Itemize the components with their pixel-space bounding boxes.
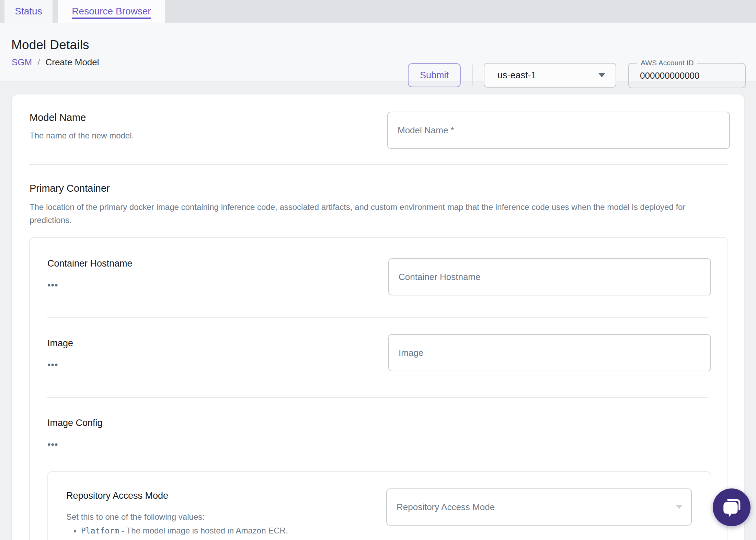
tab-strip: Status Resource Browser — [0, 0, 756, 23]
aws-account-id-field: AWS Account ID — [628, 63, 746, 88]
aws-account-id-input[interactable] — [629, 64, 745, 88]
repository-access-mode-select[interactable]: Repository Access Mode — [386, 488, 692, 526]
repository-access-mode-description: Set this to one of the following values: — [66, 510, 205, 524]
tab-status[interactable]: Status — [4, 0, 53, 23]
repository-access-mode-options-list: Platform - The model image is hosted in … — [73, 524, 519, 540]
chevron-down-icon — [676, 505, 682, 509]
region-select-value: us-east-1 — [497, 70, 598, 81]
image-config-label: Image Config — [47, 418, 103, 428]
tab-resource-browser[interactable]: Resource Browser — [58, 0, 165, 23]
container-hostname-more-button[interactable]: ••• — [47, 282, 58, 289]
chevron-down-icon — [598, 73, 605, 77]
image-input[interactable] — [388, 334, 711, 371]
chat-launcher-button[interactable] — [713, 488, 751, 526]
container-hostname-input[interactable] — [388, 258, 711, 295]
region-select[interactable]: us-east-1 — [484, 63, 616, 88]
submit-button[interactable]: Submit — [408, 63, 461, 87]
header-divider — [472, 65, 473, 86]
page-header: Model Details SGM / Create Model Submit … — [0, 23, 756, 81]
image-config-more-button[interactable]: ••• — [47, 441, 58, 448]
image-label: Image — [47, 338, 73, 349]
container-hostname-label: Container Hostname — [47, 258, 133, 269]
breadcrumb: SGM / Create Model — [12, 57, 99, 68]
tab-resource-browser-label: Resource Browser — [72, 6, 151, 17]
breadcrumb-separator: / — [37, 57, 40, 68]
chat-bubble-icon — [721, 497, 742, 518]
model-name-description: The name of the new model. — [30, 129, 134, 142]
primary-container-description: The location of the primary docker image… — [30, 201, 727, 227]
section-divider — [29, 164, 728, 165]
model-name-input[interactable] — [387, 112, 730, 149]
breadcrumb-sgm-link[interactable]: SGM — [12, 57, 32, 68]
model-name-heading: Model Name — [30, 112, 86, 123]
image-more-button[interactable]: ••• — [47, 361, 58, 368]
row-divider — [47, 397, 708, 398]
repository-access-mode-heading: Repository Access Mode — [66, 491, 168, 501]
breadcrumb-current: Create Model — [45, 57, 99, 68]
page-title: Model Details — [11, 38, 89, 52]
row-divider — [47, 317, 708, 318]
primary-container-heading: Primary Container — [30, 183, 110, 194]
tab-status-label: Status — [15, 6, 42, 17]
list-item: Platform - The model image is hosted in … — [81, 524, 519, 538]
list-item: Vpc - The model image is hosted in a pri… — [81, 538, 519, 540]
repository-access-mode-placeholder: Repository Access Mode — [397, 502, 676, 513]
